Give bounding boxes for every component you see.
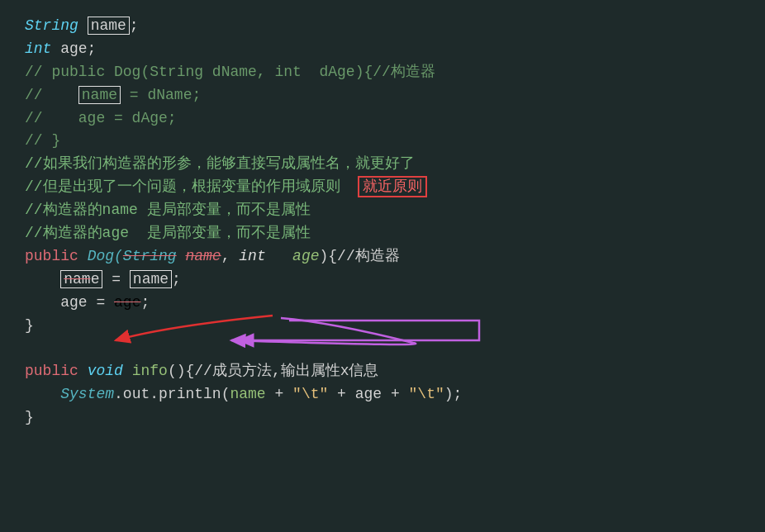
name-highlight-1: name <box>88 17 130 35</box>
line-14: } <box>25 315 740 338</box>
string-keyword: String <box>25 17 78 34</box>
line-1: String name; <box>25 15 740 38</box>
comment-7: //如果我们构造器的形参，能够直接写成属性名，就更好了 <box>25 155 415 172</box>
line-17: System.out.println(name + "\t" + age + "… <box>25 383 740 406</box>
line-16: public void info(){//成员方法,输出属性x信息 <box>25 360 740 383</box>
comment-10: //构造器的age 是局部变量，而不是属性 <box>25 225 311 241</box>
int-keyword: int <box>25 40 51 57</box>
name-var-1: name <box>91 17 126 34</box>
dog-class: Dog( <box>88 248 123 264</box>
name-highlight-4: name <box>78 86 121 104</box>
line-12: name = name; <box>25 268 740 292</box>
line-3: // public Dog(String dName, int dAge){//… <box>25 61 740 84</box>
int-param: int <box>239 248 265 264</box>
comment-8: //但是出现了一个问题，根据变量的作用域原则 <box>25 178 358 195</box>
line-6: // } <box>25 130 740 153</box>
name-lhs: name <box>64 271 99 287</box>
info-method: info <box>132 363 168 379</box>
tab-string-2: "\t" <box>409 386 444 402</box>
public-keyword: public <box>25 248 78 264</box>
age-strikethrough: age <box>114 294 140 311</box>
line-4: // name = dName; <box>25 84 740 107</box>
age-param: age <box>266 248 320 264</box>
line-2: int age; <box>25 38 740 61</box>
jinjin-highlight: 就近原则 <box>358 176 427 197</box>
comment-9: //构造器的name 是局部变量，而不是属性 <box>25 202 311 218</box>
space <box>177 248 186 264</box>
code-area: String name; int age; // public Dog(Stri… <box>25 15 740 430</box>
line-15 <box>25 337 740 360</box>
line-5: // age = dAge; <box>25 107 740 131</box>
name-param: name <box>185 248 221 264</box>
line-13: age = age; <box>25 292 740 315</box>
comment-3: // public Dog(String dName, int dAge){//… <box>25 64 435 80</box>
line-9: //构造器的name 是局部变量，而不是属性 <box>25 199 740 222</box>
public-keyword-2: public <box>25 363 78 379</box>
line-8: //但是出现了一个问题，根据变量的作用域原则 就近原则 <box>25 176 740 199</box>
line-11: public Dog(String name, int age){//构造器 <box>25 245 740 268</box>
comment-4: // <box>25 87 78 103</box>
void-keyword: void <box>88 363 123 379</box>
string-type-param: String <box>123 248 177 264</box>
name-in-println: name <box>230 386 265 402</box>
name-comment-4: name <box>82 87 117 103</box>
name-lhs-highlight: name <box>60 270 102 288</box>
system-class: System <box>60 386 114 402</box>
name-rhs: name <box>133 271 169 287</box>
comment-4b: = dName; <box>121 87 201 103</box>
line-10: //构造器的age 是局部变量，而不是属性 <box>25 222 740 245</box>
comment-6: // } <box>25 132 60 149</box>
line-7: //如果我们构造器的形参，能够直接写成属性名，就更好了 <box>25 153 740 176</box>
name-rhs-highlight: name <box>130 270 172 288</box>
line-18: } <box>25 406 740 430</box>
comment-5: // age = dAge; <box>25 110 177 126</box>
tab-string-1: "\t" <box>292 386 328 402</box>
